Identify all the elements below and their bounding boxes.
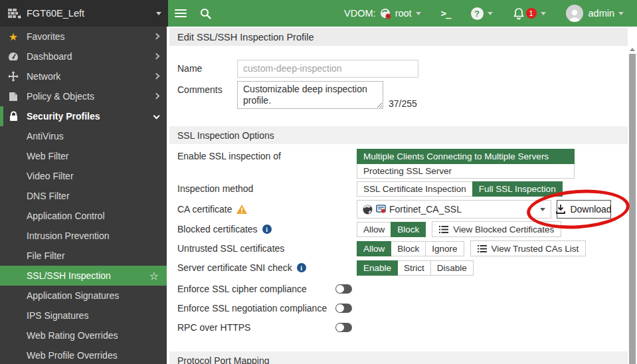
blocked-certificates-label: Blocked certificates bbox=[177, 224, 258, 234]
rpc-over-https-toggle[interactable] bbox=[335, 323, 352, 332]
option-sni-strict[interactable]: Strict bbox=[397, 260, 431, 276]
negotiation-compliance-toggle[interactable] bbox=[335, 304, 352, 313]
option-ssl-certificate-inspection[interactable]: SSL Certificate Inspection bbox=[357, 181, 473, 197]
section-header-ssl-options: SSL Inspection Options bbox=[169, 126, 628, 144]
comments-input[interactable]: Customizable deep inspection profile. bbox=[237, 81, 383, 109]
gauge-icon bbox=[0, 52, 27, 61]
chevron-down-icon bbox=[416, 12, 421, 15]
inspection-method-row: Inspection method SSL Certificate Inspec… bbox=[167, 181, 637, 197]
menu-icon bbox=[175, 7, 187, 19]
top-bar-green: VDOM: root >_ ? 1 ad bbox=[168, 0, 637, 27]
firewall-icon bbox=[8, 9, 21, 19]
user-menu[interactable]: admin bbox=[559, 0, 631, 27]
view-trusted-cas-button[interactable]: View Trusted CAs List bbox=[470, 240, 587, 256]
download-label: Download bbox=[570, 204, 611, 215]
sidebar-item-file-filter[interactable]: File Filter bbox=[0, 246, 167, 266]
sidebar-item-network[interactable]: Network bbox=[0, 66, 167, 86]
chevron-down-icon bbox=[618, 12, 624, 15]
option-sni-enable[interactable]: Enable bbox=[357, 260, 398, 276]
scrollbar-thumb[interactable] bbox=[629, 54, 636, 364]
chevron-right-icon bbox=[153, 53, 159, 60]
main-content: Edit SSL/SSH Inspection Profile Name Com… bbox=[167, 27, 637, 364]
chevron-down-icon bbox=[156, 12, 161, 15]
enable-ssl-options: Multiple Clients Connecting to Multiple … bbox=[357, 149, 575, 179]
sidebar-item-dashboard[interactable]: Dashboard bbox=[0, 46, 167, 66]
cli-console-icon: >_ bbox=[441, 8, 451, 19]
info-icon: i bbox=[262, 225, 272, 234]
sidebar-item-favorites[interactable]: ★ Favorites bbox=[0, 27, 167, 46]
chevron-right-icon bbox=[153, 73, 159, 80]
favorite-star-icon[interactable]: ☆ bbox=[149, 270, 159, 282]
sidebar-item-web-profile-overrides[interactable]: Web Profile Overrides bbox=[0, 345, 167, 364]
scrollbar-up-arrow[interactable] bbox=[630, 48, 635, 51]
download-button[interactable]: Download bbox=[557, 200, 611, 219]
sidebar-item-web-filter[interactable]: Web Filter bbox=[0, 146, 167, 166]
notifications-menu[interactable]: 1 bbox=[506, 0, 553, 27]
lock-icon bbox=[0, 111, 27, 122]
name-row: Name bbox=[167, 59, 637, 78]
network-icon bbox=[0, 71, 27, 82]
sidebar-item-application-signatures[interactable]: Application Signatures bbox=[0, 286, 167, 306]
scrollbar bbox=[628, 45, 637, 364]
help-menu[interactable]: ? bbox=[464, 0, 500, 27]
chevron-down-icon bbox=[541, 12, 546, 15]
option-untrusted-block[interactable]: Block bbox=[391, 241, 426, 256]
sidebar-item-application-control[interactable]: Application Control bbox=[0, 206, 167, 226]
sidebar-nav: ★ Favorites Dashboard Network Policy & O… bbox=[0, 27, 167, 364]
enable-ssl-label: Enable SSL inspection of bbox=[177, 151, 357, 161]
sni-check-row: Server certificate SNI check i Enable St… bbox=[167, 260, 637, 276]
option-blocked-allow[interactable]: Allow bbox=[357, 222, 391, 237]
globe-icon bbox=[363, 205, 373, 215]
sidebar-item-video-filter[interactable]: Video Filter bbox=[0, 166, 167, 186]
ca-certificate-label: CA certificate bbox=[177, 204, 232, 215]
option-multiple-clients[interactable]: Multiple Clients Connecting to Multiple … bbox=[357, 149, 575, 164]
sidebar-item-ssl-ssh-inspection[interactable]: SSL/SSH Inspection ☆ bbox=[0, 266, 167, 286]
name-input[interactable] bbox=[237, 60, 418, 78]
option-untrusted-allow[interactable]: Allow bbox=[357, 241, 391, 256]
device-selector[interactable]: FGT60E_Left bbox=[0, 0, 168, 27]
blocked-certificates-row: Blocked certificates i Allow Block View … bbox=[167, 221, 637, 237]
option-blocked-block[interactable]: Block bbox=[391, 222, 426, 237]
ca-certificate-select[interactable]: Fortinet_CA_SSL bbox=[357, 200, 551, 219]
option-protecting-ssl-server[interactable]: Protecting SSL Server bbox=[357, 163, 575, 179]
section-header-protocol-port-mapping: Protocol Port Mapping bbox=[169, 351, 628, 364]
cipher-compliance-row: Enforce SSL cipher compliance bbox=[167, 284, 637, 294]
cli-console-button[interactable]: >_ bbox=[434, 0, 458, 27]
search-button[interactable] bbox=[193, 0, 218, 27]
sidebar-item-antivirus[interactable]: AntiVirus bbox=[0, 126, 167, 146]
page-title: Edit SSL/SSH Inspection Profile bbox=[169, 28, 628, 46]
sidebar-item-policy-objects[interactable]: Policy & Objects bbox=[0, 86, 167, 106]
cipher-compliance-label: Enforce SSL cipher compliance bbox=[177, 284, 335, 294]
search-icon bbox=[200, 8, 211, 19]
vdom-selector[interactable]: VDOM: root bbox=[337, 0, 428, 27]
negotiation-compliance-label: Enforce SSL negotiation compliance bbox=[177, 303, 335, 314]
policy-document-icon bbox=[0, 91, 27, 102]
cipher-compliance-toggle[interactable] bbox=[335, 284, 352, 294]
sidebar-item-security-profiles[interactable]: Security Profiles bbox=[0, 106, 167, 126]
untrusted-ssl-row: Untrusted SSL certificates Allow Block I… bbox=[167, 240, 637, 256]
sidebar-item-web-rating-overrides[interactable]: Web Rating Overrides bbox=[0, 325, 167, 345]
ca-certificate-row: CA certificate Fortinet_CA_SSL Download bbox=[167, 200, 637, 219]
view-blocked-certificates-button[interactable]: View Blocked Certificates bbox=[432, 221, 561, 237]
user-name: admin bbox=[589, 8, 615, 19]
enable-ssl-row: Enable SSL inspection of Multiple Client… bbox=[167, 149, 637, 179]
info-icon: i bbox=[297, 263, 306, 272]
notification-badge: 1 bbox=[526, 8, 537, 19]
warning-icon bbox=[236, 205, 247, 214]
comments-counter: 37/255 bbox=[389, 98, 417, 109]
sidebar-item-intrusion-prevention[interactable]: Intrusion Prevention bbox=[0, 226, 167, 246]
device-name: FGT60E_Left bbox=[27, 8, 156, 19]
ca-certificate-value: Fortinet_CA_SSL bbox=[389, 204, 537, 215]
chevron-down-icon bbox=[153, 113, 159, 120]
list-icon bbox=[478, 245, 487, 252]
negotiation-compliance-row: Enforce SSL negotiation compliance bbox=[167, 303, 637, 314]
option-sni-disable[interactable]: Disable bbox=[430, 260, 474, 276]
sidebar-item-dns-filter[interactable]: DNS Filter bbox=[0, 186, 167, 206]
rpc-over-https-label: RPC over HTTPS bbox=[177, 322, 335, 333]
untrusted-ssl-label: Untrusted SSL certificates bbox=[177, 243, 357, 254]
list-icon bbox=[439, 226, 448, 233]
option-untrusted-ignore[interactable]: Ignore bbox=[425, 241, 464, 256]
option-full-ssl-inspection[interactable]: Full SSL Inspection bbox=[472, 181, 563, 197]
sidebar-item-ips-signatures[interactable]: IPS Signatures bbox=[0, 306, 167, 325]
menu-button[interactable] bbox=[168, 0, 193, 27]
